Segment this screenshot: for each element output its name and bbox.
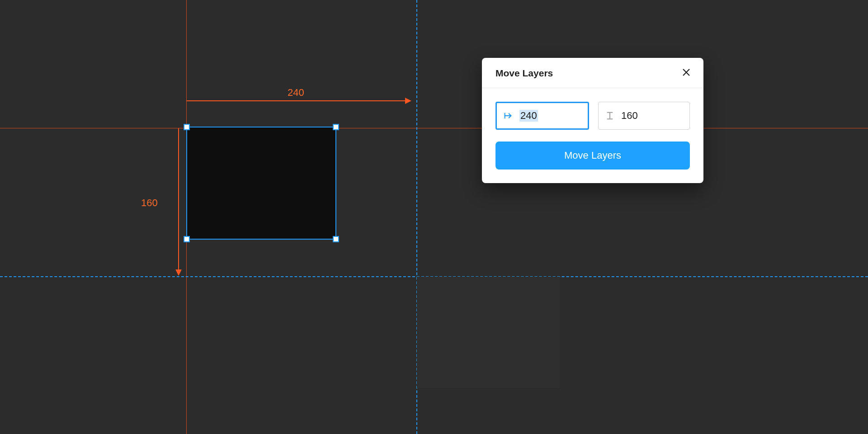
dialog-title: Move Layers <box>495 68 553 79</box>
move-layers-dialog: Move Layers <box>482 58 703 183</box>
arrow-down-icon <box>605 111 615 121</box>
arrow-right-icon <box>503 111 513 121</box>
resize-handle-top-right[interactable] <box>333 124 339 130</box>
measure-arrow-y <box>178 128 179 275</box>
measure-label-x: 240 <box>288 87 304 99</box>
move-x-value: 240 <box>519 110 538 122</box>
measure-label-y: 160 <box>141 197 158 209</box>
measure-arrow-x <box>186 100 410 101</box>
move-target-ghost <box>417 277 560 388</box>
move-y-input[interactable]: 160 <box>598 102 690 130</box>
guide-horizontal-red <box>0 128 868 128</box>
resize-handle-bottom-right[interactable] <box>333 236 339 242</box>
close-icon <box>681 67 691 79</box>
resize-handle-bottom-left[interactable] <box>184 236 190 242</box>
close-button[interactable] <box>680 67 693 80</box>
move-y-value: 160 <box>621 110 638 122</box>
move-layers-button[interactable]: Move Layers <box>495 142 690 170</box>
resize-handle-top-left[interactable] <box>184 124 190 130</box>
selected-layer[interactable] <box>186 127 336 240</box>
design-canvas[interactable]: 240 160 Move Layers <box>0 0 868 434</box>
move-x-input[interactable]: 240 <box>495 102 589 130</box>
